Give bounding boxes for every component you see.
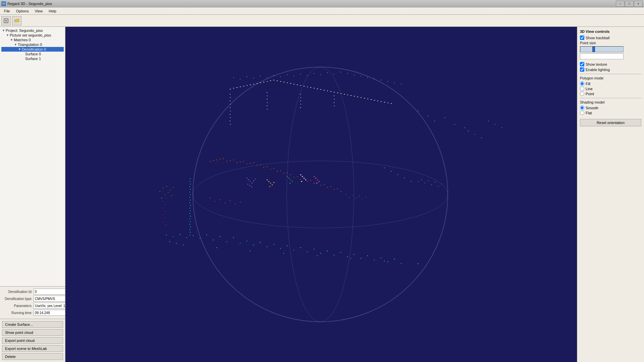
svg-rect-127: [301, 97, 301, 98]
svg-rect-86: [320, 185, 321, 186]
svg-rect-7: [166, 235, 167, 235]
svg-rect-263: [384, 168, 385, 168]
svg-rect-122: [267, 99, 267, 100]
svg-rect-247: [190, 232, 191, 233]
running-time-input[interactable]: [34, 310, 65, 316]
prop-parameters-label: Parameters:: [2, 304, 32, 308]
minimize-button[interactable]: –: [616, 1, 625, 7]
svg-rect-269: [164, 194, 165, 195]
densification-type-input[interactable]: [34, 296, 65, 302]
show-trackball-checkbox[interactable]: [580, 36, 584, 40]
densification-id-input[interactable]: [34, 289, 65, 295]
svg-rect-164: [327, 90, 328, 91]
svg-rect-61: [236, 162, 237, 163]
show-point-cloud-button[interactable]: Show point cloud: [2, 329, 63, 336]
polygon-point-row: Point: [580, 92, 641, 96]
svg-rect-219: [465, 127, 465, 128]
svg-rect-223: [488, 121, 489, 121]
svg-rect-220: [468, 131, 469, 131]
svg-rect-168: [340, 93, 341, 94]
polygon-mode-label: Polygon mode: [580, 76, 641, 80]
menu-options[interactable]: Options: [13, 8, 32, 14]
tree-picture-set[interactable]: ▼ Picture set segundo_piso: [1, 33, 64, 38]
tree-project-label: Project: Segundo_piso: [6, 28, 43, 33]
maximize-button[interactable]: □: [625, 1, 634, 7]
svg-rect-198: [269, 186, 270, 187]
shading-flat-radio[interactable]: [580, 111, 584, 115]
svg-rect-187: [252, 183, 253, 184]
tree-project[interactable]: ▼ Project: Segundo_piso: [1, 28, 64, 33]
open-project-button[interactable]: [12, 16, 21, 25]
shading-smooth-radio[interactable]: [580, 106, 584, 110]
svg-rect-36: [361, 258, 361, 259]
menu-help[interactable]: Help: [46, 8, 59, 14]
point-size-slider-track[interactable]: [580, 46, 624, 52]
svg-rect-193: [267, 179, 268, 180]
svg-rect-256: [345, 194, 346, 195]
export-point-cloud-button[interactable]: Export point cloud: [2, 337, 63, 344]
tree-triangulation[interactable]: ▼ Triangulation 0: [1, 42, 64, 47]
svg-rect-105: [428, 180, 429, 181]
svg-rect-110: [230, 94, 230, 95]
menu-file[interactable]: File: [1, 8, 13, 14]
parameters-input[interactable]: [34, 303, 65, 309]
svg-rect-303: [394, 82, 395, 83]
new-project-button[interactable]: [1, 16, 11, 25]
titlebar-controls[interactable]: – □ ×: [616, 1, 643, 7]
svg-rect-232: [190, 192, 190, 192]
svg-rect-271: [163, 201, 163, 202]
create-surface-button[interactable]: Create Surface...: [2, 321, 63, 328]
svg-rect-275: [163, 215, 164, 215]
polygon-line-label: Line: [586, 87, 593, 91]
svg-rect-224: [495, 124, 495, 125]
svg-rect-181: [384, 102, 385, 103]
tree-arrow-project: ▼: [2, 29, 5, 32]
point-size-value-input[interactable]: [580, 53, 624, 59]
svg-rect-283: [260, 76, 261, 76]
prop-densification-id: Densification Id:: [2, 289, 63, 295]
svg-rect-97: [159, 191, 160, 192]
show-texture-checkbox[interactable]: [580, 62, 584, 66]
svg-rect-38: [374, 260, 375, 260]
slider-thumb[interactable]: [592, 47, 595, 52]
svg-rect-129: [301, 104, 301, 105]
app-icon: 3D: [1, 1, 6, 6]
close-button[interactable]: ×: [634, 1, 643, 7]
svg-rect-49: [317, 255, 318, 256]
polygon-fill-radio[interactable]: [580, 81, 584, 86]
tree-densification[interactable]: ▼ Densification 0: [1, 47, 64, 52]
menubar: File Options View Help: [0, 7, 644, 15]
svg-rect-10: [186, 237, 187, 238]
svg-rect-267: [411, 181, 412, 182]
svg-rect-163: [324, 90, 325, 90]
svg-rect-112: [230, 101, 230, 101]
svg-rect-194: [268, 181, 269, 182]
toolbar: [0, 15, 644, 27]
polygon-point-radio[interactable]: [580, 92, 584, 96]
svg-rect-140: [247, 85, 248, 86]
svg-rect-19: [247, 241, 247, 241]
svg-rect-11: [193, 235, 194, 236]
polygon-line-radio[interactable]: [580, 86, 584, 91]
tree-surface0[interactable]: ▶ Surface 0: [1, 52, 64, 56]
svg-rect-207: [305, 179, 306, 180]
project-tree[interactable]: ▼ Project: Segundo_piso ▼ Picture set se…: [0, 27, 65, 286]
svg-rect-237: [190, 205, 191, 206]
svg-rect-162: [320, 89, 321, 90]
delete-button[interactable]: Delete: [2, 353, 63, 360]
3d-viewport[interactable]: [65, 27, 577, 362]
export-scene-button[interactable]: Export scene to MeshLab: [2, 345, 63, 352]
svg-rect-249: [210, 198, 210, 198]
svg-rect-64: [247, 164, 248, 164]
svg-rect-281: [247, 76, 247, 77]
tree-matches[interactable]: ▼ Matches 0: [1, 38, 64, 42]
svg-rect-156: [300, 85, 301, 86]
tree-surface1[interactable]: ▶ Surface 1: [1, 56, 64, 61]
svg-rect-114: [230, 107, 230, 108]
tree-arrow-tri: ▼: [14, 43, 17, 46]
reset-orientation-button[interactable]: Reset orientation: [580, 119, 641, 126]
svg-rect-262: [366, 196, 366, 197]
svg-rect-184: [247, 178, 248, 179]
menu-view[interactable]: View: [32, 8, 46, 14]
enable-lighting-checkbox[interactable]: [580, 67, 584, 72]
